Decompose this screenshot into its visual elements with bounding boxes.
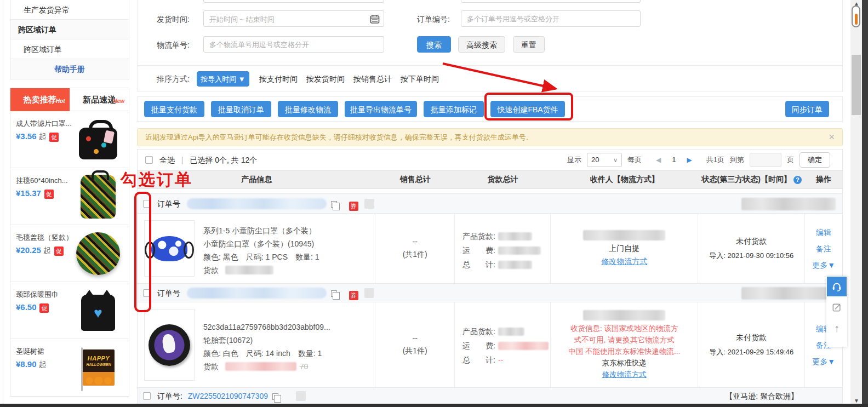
sort-option-sales-total[interactable]: 按销售总计 [353, 74, 392, 84]
product-info-cell: 系列1-5 小童防尘口罩（多个装） 小童防尘口罩（多个装）(10945) 颜色:… [138, 214, 375, 283]
table-header: 产品信息 销售总计 货款总计 收件人【物流方式】 状态(第三方状态)【时间】 ?… [138, 170, 842, 189]
ship-time-label: 发货时间: [157, 15, 190, 25]
select-all-label: 全选 [159, 156, 175, 164]
promo-product-item[interactable]: 成人带滤片口罩... ¥3.56 起 促 [10, 111, 129, 168]
search-button[interactable]: 搜索 [417, 36, 451, 53]
amount-redacted [498, 261, 532, 269]
payment-total-cell: 产品货款: 运 费: 总 计:-- [455, 302, 551, 387]
order-no-label: 订单号 [157, 199, 180, 208]
price-value: 3.56 [20, 131, 36, 141]
promo-product-item[interactable]: 毛毯盖毯（竖款） ¥20.25 起 促 [10, 225, 129, 282]
product-image-mask[interactable] [144, 220, 195, 277]
window-bottom-edge [0, 404, 868, 407]
col-product-info: 产品信息 [138, 171, 375, 188]
sort-option-pay-time[interactable]: 按支付时间 [259, 74, 298, 84]
new-badge: New [113, 90, 124, 113]
scroll-down-icon[interactable]: ▼ [852, 398, 861, 404]
product-name: 颈部保暖围巾 [16, 290, 73, 299]
sidebar-item-cross-region-orders[interactable]: 跨区域订单 [10, 39, 129, 59]
batch-panel: 批量支付货款 批量取消订单 批量修改物流 批量导出物流单号 批量添加标记 快速创… [137, 96, 843, 122]
batch-modify-logistics-button[interactable]: 批量修改物流 [278, 101, 338, 117]
sort-option-ship-time[interactable]: 按发货时间 [306, 74, 345, 84]
promo-badge: 促 [49, 133, 59, 142]
logistics-method: 上门自提 [609, 244, 639, 254]
pagination: 显示 20 ∨ 每页 ◀ 1 ▶ 共1页 到第 页 确定 [567, 150, 830, 170]
batch-pay-button[interactable]: 批量支付货款 [144, 101, 204, 117]
sales-value: -- [413, 334, 418, 342]
status-cell: 未付货款 导入: 2021-09-30 09:10:56 [698, 214, 805, 283]
sort-active-import-time[interactable]: 按导入时间 ▼ [197, 71, 249, 87]
product-line: 系列1-5 小童防尘口罩（多个装） [203, 226, 316, 236]
scrollbar-thumb[interactable] [852, 55, 861, 115]
tab-hot-label: 热卖推荐 [24, 95, 56, 104]
batch-cancel-button[interactable]: 批量取消订单 [211, 101, 271, 117]
confirm-button[interactable]: 确定 [800, 152, 830, 168]
feedback-button[interactable] [827, 297, 847, 317]
cutoff-input [461, 0, 641, 3]
product-info-cell: 52c3da11a2759768bb3d203abbf09... 轮胎套(106… [138, 302, 375, 387]
note-link[interactable]: 备注 [816, 241, 831, 256]
col-status-label: 状态(第三方状态)【时间】 [702, 175, 791, 185]
batch-add-mark-button[interactable]: 批量添加标记 [424, 101, 484, 117]
goto-page-input[interactable] [750, 153, 781, 167]
order-no-input[interactable] [461, 10, 641, 27]
per-page-select[interactable]: 20 ∨ [587, 153, 622, 167]
order-checkbox[interactable] [143, 289, 151, 297]
reset-button[interactable]: 重置 [513, 36, 545, 53]
tab-hot-sales[interactable]: 热卖推荐 Hot [10, 88, 70, 111]
tab-new-arrivals[interactable]: 新品速递 New [70, 88, 129, 111]
more-link[interactable]: 更多▼ [812, 257, 835, 273]
sidebar-item-production-exception[interactable]: 生产发货异常 [10, 0, 129, 20]
per-page-label: 每页 [627, 150, 642, 170]
promo-product-item[interactable]: 圣诞树裙 ¥8.90 起 HAPPY HALLOWEEN [10, 339, 129, 396]
modify-logistics-link[interactable]: 修改物流方式 [602, 370, 647, 380]
promo-product-item[interactable]: 挂毯60*40inch... ¥15.37 促 [10, 168, 129, 225]
advanced-search-button[interactable]: 高级搜索 [458, 36, 505, 53]
coupon-badge: 券 [349, 291, 358, 300]
help-icon[interactable]: ? [793, 176, 802, 184]
status-imported: 导入: 2021-09-29 15:49:46 [709, 346, 793, 359]
order-checkbox[interactable] [143, 392, 151, 400]
status-cell: 未付货款 导入: 2021-09-29 15:49:46 [698, 302, 805, 387]
tracking-no-input[interactable] [203, 36, 384, 53]
copy-icon[interactable] [331, 201, 337, 208]
show-label: 显示 [567, 150, 581, 170]
tag-badge [296, 391, 306, 401]
sidebar-group-cross-region-orders[interactable]: 跨区域订单 [10, 20, 129, 39]
total-label: 总 计: [462, 257, 495, 272]
back-to-top-button[interactable]: ↑ [827, 318, 847, 338]
order-no-link[interactable]: ZW2255021090747309 [188, 392, 268, 400]
more-link[interactable]: 更多▼ [812, 354, 835, 369]
quick-create-fba-button[interactable]: 快速创建FBA货件 [490, 101, 565, 117]
sidebar-item-help-manual[interactable]: 帮助手册 [10, 59, 129, 79]
prev-page-icon[interactable]: ◀ [656, 150, 661, 170]
product-image-round-blanket [72, 228, 124, 279]
product-line: 52c3da11a2759768bb3d203abbf09... [203, 322, 330, 332]
copy-icon[interactable] [331, 290, 337, 297]
logistics-method: 京东标准快递 [602, 358, 647, 368]
col-sales-total: 销售总计 [375, 171, 455, 188]
select-all-checkbox[interactable] [145, 156, 153, 164]
search-panel: 发货时间: 订单编号: 物流单号: 搜索 高级搜索 重置 [137, 0, 843, 66]
promo-badge: 促 [39, 303, 49, 313]
order-checkbox[interactable] [143, 200, 151, 208]
payment-redacted [225, 266, 273, 274]
flag-text: HAPPY [83, 355, 115, 362]
ship-time-input[interactable] [204, 11, 366, 27]
copy-icon[interactable] [272, 393, 278, 400]
ship-time-range-input[interactable] [203, 10, 384, 27]
edit-link[interactable]: 编辑 [816, 225, 831, 240]
next-page-icon[interactable]: ▶ [687, 150, 692, 170]
sort-option-order-time[interactable]: 按下单时间 [401, 74, 439, 84]
modify-logistics-link[interactable]: 修改物流方式 [601, 257, 647, 267]
customer-service-button[interactable] [827, 277, 847, 296]
amount-redacted [498, 342, 549, 350]
sales-count: (共1件) [403, 250, 427, 260]
sync-orders-button[interactable]: 同步订单 [785, 101, 829, 117]
price-value: 15.37 [20, 188, 41, 198]
product-image-tire-cover[interactable] [144, 309, 195, 381]
page-unit: 页 [787, 150, 794, 170]
batch-export-tracking-button[interactable]: 批量导出物流单号 [345, 101, 417, 117]
close-icon[interactable]: × [829, 129, 835, 146]
promo-product-item[interactable]: 颈部保暖围巾 ¥6.50 促 ♥ [10, 282, 129, 339]
